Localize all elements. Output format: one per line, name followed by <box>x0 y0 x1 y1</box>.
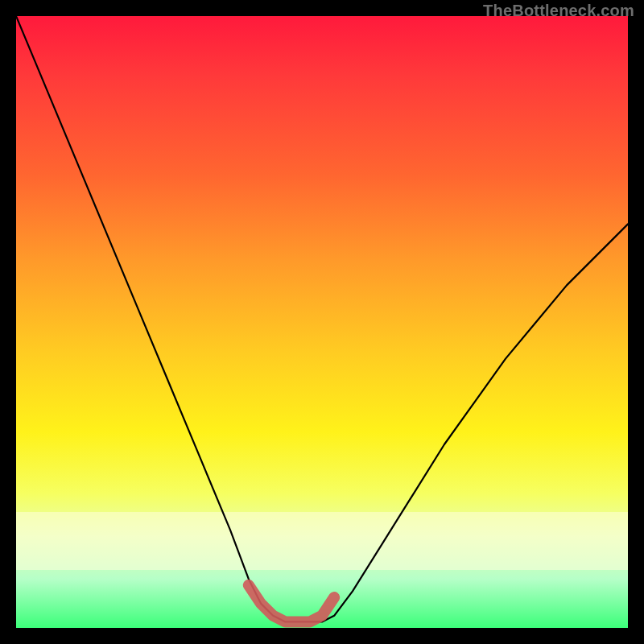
curve-svg <box>16 16 628 628</box>
highlight-region-path <box>249 585 334 622</box>
chart-stage: TheBottleneck.com <box>0 0 644 644</box>
bottleneck-curve-path <box>16 16 628 621</box>
pale-band <box>16 512 628 570</box>
plot-area <box>16 16 628 628</box>
